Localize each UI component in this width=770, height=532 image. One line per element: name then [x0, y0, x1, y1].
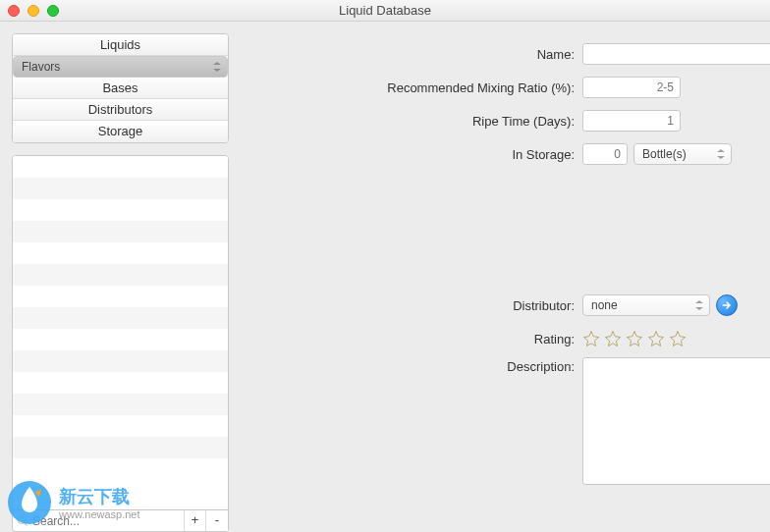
- list-row[interactable]: [13, 394, 228, 415]
- svg-line-1: [25, 522, 28, 525]
- svg-point-0: [19, 516, 26, 523]
- arrow-right-icon: [721, 299, 733, 311]
- ripe-field[interactable]: [582, 110, 681, 132]
- add-button[interactable]: +: [185, 510, 206, 531]
- star-icon: [626, 330, 643, 347]
- rating-label: Rating:: [229, 332, 582, 346]
- name-field[interactable]: [582, 43, 770, 65]
- detail-panel: Name: ? Recommended Mixing Ratio (%): Ri…: [229, 22, 770, 532]
- titlebar: Liquid Database: [0, 0, 770, 22]
- window-title: Liquid Database: [0, 3, 770, 18]
- remove-button[interactable]: -: [206, 510, 228, 531]
- list-row[interactable]: [13, 221, 228, 242]
- list-row[interactable]: [13, 156, 228, 178]
- distributor-go-button[interactable]: [716, 294, 738, 316]
- storage-field[interactable]: [582, 143, 628, 165]
- list-row[interactable]: [13, 329, 228, 350]
- category-liquids[interactable]: Liquids: [13, 34, 228, 56]
- list-row[interactable]: [13, 372, 228, 394]
- minimize-button[interactable]: [28, 5, 39, 17]
- storage-label: In Storage:: [229, 147, 582, 162]
- ratio-label: Recommended Mixing Ratio (%):: [229, 80, 582, 95]
- search-input[interactable]: [32, 514, 180, 528]
- star-1[interactable]: [582, 330, 600, 347]
- list-row[interactable]: [13, 178, 228, 199]
- star-3[interactable]: [626, 330, 643, 347]
- item-list[interactable]: [12, 155, 229, 510]
- list-row[interactable]: [13, 199, 228, 221]
- name-label: Name:: [229, 47, 582, 62]
- ripe-label: Ripe Time (Days):: [229, 114, 582, 129]
- list-row[interactable]: [13, 242, 228, 264]
- search-wrap: [13, 510, 185, 531]
- distributor-label: Distributor:: [229, 298, 582, 313]
- rating-stars: [582, 330, 687, 347]
- category-bases[interactable]: Bases: [13, 78, 228, 99]
- list-row[interactable]: [13, 264, 228, 286]
- category-distributors[interactable]: Distributors: [13, 99, 228, 121]
- sidebar: Liquids Flavors Bases Distributors Stora…: [0, 22, 229, 532]
- search-icon: [17, 515, 28, 527]
- category-list: Liquids Flavors Bases Distributors Stora…: [12, 33, 229, 143]
- star-4[interactable]: [647, 330, 665, 347]
- list-row[interactable]: [13, 350, 228, 372]
- storage-unit-select[interactable]: Bottle(s): [633, 143, 732, 165]
- star-icon: [582, 330, 600, 347]
- list-row[interactable]: [13, 437, 228, 458]
- list-toolbar: + -: [12, 510, 229, 532]
- storage-unit-value: Bottle(s): [642, 147, 687, 161]
- star-icon: [647, 330, 665, 347]
- description-field[interactable]: [582, 357, 770, 485]
- category-flavors[interactable]: Flavors: [13, 56, 228, 78]
- list-row[interactable]: [13, 415, 228, 437]
- list-row[interactable]: [13, 286, 228, 307]
- close-button[interactable]: [8, 5, 20, 17]
- traffic-lights: [8, 5, 59, 17]
- star-2[interactable]: [604, 330, 622, 347]
- category-storage[interactable]: Storage: [13, 121, 228, 142]
- distributor-value: none: [591, 298, 618, 312]
- star-icon: [669, 330, 687, 347]
- distributor-select[interactable]: none: [582, 294, 710, 316]
- star-5[interactable]: [669, 330, 687, 347]
- list-row[interactable]: [13, 458, 228, 480]
- ratio-field[interactable]: [582, 77, 681, 98]
- zoom-button[interactable]: [47, 5, 59, 17]
- list-row[interactable]: [13, 307, 228, 329]
- description-label: Description:: [229, 357, 582, 374]
- content: Liquids Flavors Bases Distributors Stora…: [0, 22, 770, 532]
- star-icon: [604, 330, 622, 347]
